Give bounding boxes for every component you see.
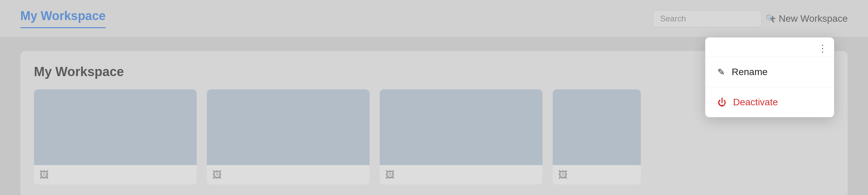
rename-menu-item[interactable]: ✎ Rename xyxy=(705,57,834,87)
image-placeholder-icon-4: 🖼 xyxy=(558,169,568,180)
app-card-1-image xyxy=(34,89,197,165)
app-card-4[interactable]: 🖼 xyxy=(553,89,641,184)
workspace-tab[interactable]: My Workspace xyxy=(20,9,105,28)
app-card-3-image xyxy=(380,89,542,165)
header: My Workspace 🔍 + New Workspace xyxy=(0,0,868,37)
search-input[interactable] xyxy=(660,14,762,23)
app-card-4-footer: 🖼 xyxy=(553,165,641,184)
header-right: 🔍 + New Workspace xyxy=(653,10,848,27)
app-card-2-image xyxy=(207,89,370,165)
rename-icon: ✎ xyxy=(717,67,725,77)
search-box: 🔍 xyxy=(653,10,762,27)
image-placeholder-icon-3: 🖼 xyxy=(385,169,395,180)
new-workspace-button[interactable]: + New Workspace xyxy=(770,12,848,25)
app-card-1-footer: 🖼 xyxy=(34,165,197,184)
header-left: My Workspace xyxy=(20,9,105,28)
app-card-2-footer: 🖼 xyxy=(207,165,370,184)
power-icon: ⏻ xyxy=(717,97,726,108)
dropdown-menu: ⋮ ✎ Rename ⏻ Deactivate xyxy=(705,37,834,117)
rename-label: Rename xyxy=(732,67,768,77)
image-placeholder-icon-1: 🖼 xyxy=(39,169,49,180)
app-card-3[interactable]: 🖼 xyxy=(380,89,542,184)
app-card-2[interactable]: 🖼 xyxy=(207,89,370,184)
deactivate-menu-item[interactable]: ⏻ Deactivate xyxy=(705,87,834,117)
app-card-4-image xyxy=(553,89,641,165)
app-card-3-footer: 🖼 xyxy=(380,165,542,184)
new-workspace-label: New Workspace xyxy=(779,13,848,24)
image-placeholder-icon-2: 🖼 xyxy=(212,169,222,180)
deactivate-label: Deactivate xyxy=(733,97,778,108)
app-card-1[interactable]: 🖼 xyxy=(34,89,197,184)
new-workspace-plus: + xyxy=(770,12,776,25)
dropdown-three-dot-icon[interactable]: ⋮ xyxy=(818,43,827,54)
dropdown-header: ⋮ xyxy=(705,37,834,57)
